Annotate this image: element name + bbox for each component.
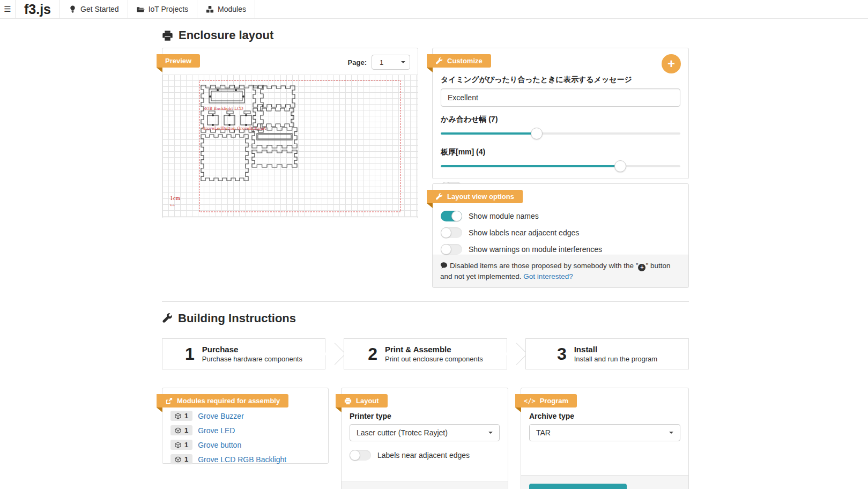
page-title: Enclosure layout	[179, 28, 273, 42]
caret-down-icon	[669, 432, 673, 434]
chevron-right-icon	[507, 338, 525, 369]
instructions-section-title: Building Instructions	[162, 312, 689, 325]
download-program-button[interactable]: Download Program	[529, 484, 627, 489]
enclosure-section-title: Enclosure layout	[162, 28, 689, 42]
modules-required-card: Modules required for assembly 1 Grove Bu…	[162, 388, 329, 464]
nav-item-iot-projects[interactable]: IoT Projects	[128, 0, 197, 18]
note-text: Disabled items are those proposed by som…	[450, 262, 638, 270]
show-module-names-label: Show module names	[469, 212, 539, 220]
program-card-footer: Download Program	[521, 475, 688, 489]
module-count: 1	[184, 426, 188, 434]
nav-item-modules[interactable]: Modules	[197, 0, 255, 18]
page-select-value: 1	[380, 58, 383, 66]
comment-icon	[440, 262, 448, 269]
archive-type-value: TAR	[536, 428, 551, 437]
customize-card: Customize + タイミングがぴったり合ったときに表示するメッセージ かみ…	[432, 48, 689, 179]
show-labels-label: Show labels near adjacent edges	[469, 228, 579, 237]
show-labels-toggle[interactable]	[441, 227, 462, 238]
preview-canvas-svg: RGB Backlight LCDGroveLedButton GroveBut…	[162, 75, 418, 217]
module-link[interactable]: Grove Buzzer	[198, 412, 244, 420]
cube-icon	[175, 427, 181, 434]
program-ribbon: </> Program	[515, 394, 577, 408]
page-label: Page:	[348, 58, 367, 66]
preview-ribbon: Preview	[157, 54, 200, 68]
show-module-names-toggle[interactable]	[441, 211, 462, 221]
module-link[interactable]: Grove button	[198, 441, 241, 449]
brand-logo[interactable]: f3.js	[15, 0, 60, 18]
archive-type-select[interactable]: TAR	[529, 424, 680, 441]
slider-fill	[441, 132, 537, 135]
module-row-buzzer: 1 Grove Buzzer	[170, 411, 320, 421]
section-divider	[162, 301, 689, 302]
view-options-ribbon-label: Layout view options	[447, 192, 514, 201]
step-title: Purchase	[202, 345, 302, 354]
module-row-led: 1 Grove LED	[170, 425, 320, 435]
step-3-install: 3 Install Install and run the program	[525, 338, 689, 369]
nav-item-label: IoT Projects	[149, 5, 188, 13]
step-title: Install	[574, 345, 657, 354]
cube-icon	[175, 413, 181, 419]
caret-down-icon	[488, 432, 493, 434]
module-count: 1	[184, 441, 188, 449]
steps-bar: 1 Purchase Purchase hardware components …	[162, 338, 689, 369]
nav-item-get-started[interactable]: Get Started	[60, 0, 128, 18]
show-warnings-toggle[interactable]	[441, 244, 462, 255]
module-count-badge: 1	[170, 440, 192, 450]
share-icon	[165, 397, 173, 405]
svg-text:GroveLedButton GroveButtonA: GroveLedButton GroveButtonA	[202, 126, 266, 131]
program-card: </> Program Archive type TAR Download Pr…	[521, 388, 689, 489]
svg-text:1cm: 1cm	[170, 196, 181, 201]
module-count-badge: 1	[170, 454, 192, 464]
slider-fill	[441, 165, 620, 167]
step-1-purchase: 1 Purchase Purchase hardware components	[162, 338, 325, 369]
step-number: 2	[368, 345, 377, 362]
thickness-label: 板厚[mm] (4)	[441, 147, 680, 157]
folder-open-icon	[137, 5, 145, 13]
cubes-icon	[206, 5, 214, 13]
toggle-knob	[441, 244, 451, 255]
printer-type-value: Laser cutter (Trotec Rayjet)	[357, 428, 448, 437]
propose-item-button[interactable]: +	[662, 54, 681, 73]
navbar: ☰ f3.js Get Started IoT Projects Modules	[0, 0, 868, 19]
module-count-badge: 1	[170, 411, 192, 421]
layout-view-options-card: Layout view options Show module names Sh…	[432, 183, 689, 288]
wrench-icon	[435, 193, 443, 201]
page-select[interactable]: 1	[372, 55, 410, 70]
thickness-slider[interactable]	[441, 160, 680, 172]
labels-near-edges-toggle[interactable]	[350, 450, 371, 461]
printer-type-select[interactable]: Laser cutter (Trotec Rayjet)	[350, 424, 500, 441]
cube-icon	[175, 456, 181, 463]
nav-item-label: Get Started	[80, 5, 119, 13]
module-row-button: 1 Grove button	[170, 440, 320, 450]
modules-required-ribbon: Modules required for assembly	[157, 394, 288, 408]
step-number: 3	[557, 345, 567, 362]
module-link[interactable]: Grove LED	[198, 426, 235, 435]
toggle-knob	[350, 450, 360, 461]
got-interested-link[interactable]: Got interested?	[523, 272, 573, 280]
message-label: タイミングがぴったり合ったときに表示するメッセージ	[441, 75, 680, 85]
slider-thumb[interactable]	[614, 160, 626, 172]
toggle-knob	[451, 211, 462, 221]
svg-text:↔: ↔	[170, 202, 175, 209]
lightbulb-icon	[69, 5, 77, 13]
caret-down-icon	[401, 61, 405, 63]
preview-card: Preview Page: 1 RGB Backlight LCDGroveLe…	[162, 48, 418, 218]
module-link[interactable]: Grove LCD RGB Backlight	[198, 455, 286, 464]
hamburger-button[interactable]: ☰	[0, 0, 15, 18]
message-input[interactable]	[441, 88, 680, 107]
module-row-lcd: 1 Grove LCD RGB Backlight	[170, 454, 320, 464]
slider-thumb[interactable]	[531, 128, 543, 139]
layout-card-footer	[342, 481, 508, 489]
layout-ribbon: Layout	[336, 394, 388, 408]
joint-width-slider[interactable]	[441, 128, 680, 139]
step-2-print-assemble: 2 Print & Assemble Print out enclosure c…	[344, 338, 507, 369]
hamburger-icon: ☰	[4, 4, 11, 14]
program-ribbon-label: Program	[540, 397, 568, 405]
step-title: Print & Assemble	[385, 345, 483, 354]
view-options-ribbon: Layout view options	[427, 190, 523, 203]
preview-ribbon-label: Preview	[165, 57, 191, 65]
layout-card: Layout Printer type Laser cutter (Trotec…	[341, 388, 508, 489]
wrench-icon	[435, 57, 443, 65]
toggle-knob	[441, 227, 451, 238]
wrench-icon	[162, 313, 173, 324]
